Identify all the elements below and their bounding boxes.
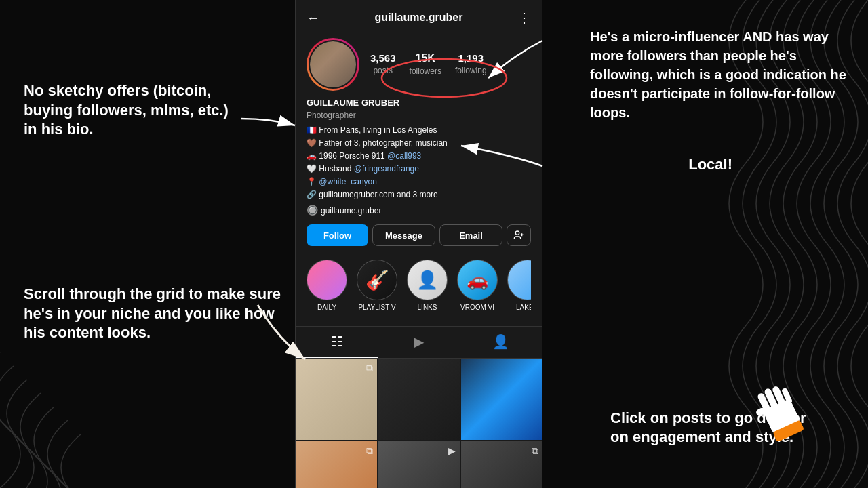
highlight-vroom[interactable]: 🚗 VROOM VI	[457, 260, 498, 311]
phone-mockup: ← guillaume.gruber ⋮ 3,563 posts	[295, 0, 542, 488]
more-options-icon[interactable]: ⋮	[517, 9, 531, 26]
tab-grid[interactable]: ☷	[296, 327, 378, 358]
reels-icon: ▶	[414, 333, 424, 350]
stat-posts[interactable]: 3,563 posts	[370, 52, 396, 77]
posts-count: 3,563	[370, 52, 396, 64]
highlight-daily[interactable]: DAILY	[307, 260, 347, 311]
bio-line-1: 🇫🇷 From Paris, living in Los Angeles	[307, 124, 531, 136]
tab-tagged[interactable]: 👤	[460, 327, 542, 358]
add-friend-button[interactable]	[507, 224, 531, 246]
highlight-lake-label: LAKE...	[516, 304, 531, 311]
bio-line-6[interactable]: 🔗 guillaumegruber.com and 3 more	[307, 188, 531, 201]
following-label: following	[455, 66, 487, 75]
annotation-scroll-grid: Scroll through the grid to make sure he'…	[24, 285, 281, 343]
annotation-local: Local!	[688, 156, 732, 174]
stat-following[interactable]: 1,193 following	[455, 52, 487, 77]
annotation-no-sketchy-offers: No sketchy offers (bitcoin, buying follo…	[24, 81, 241, 140]
follow-button[interactable]: Follow	[307, 224, 368, 246]
profile-section: 3,563 posts 15K followers 1,193 followin…	[296, 33, 542, 326]
highlight-playlist-label: PLAYLIST V	[358, 304, 395, 311]
tagged-icon: 👤	[492, 333, 509, 350]
grid-cell-5[interactable]: ▶	[378, 441, 460, 488]
story-highlights: DAILY 🎸 PLAYLIST V 👤 LINKS 🚗 VROOM VI	[307, 253, 531, 321]
highlight-playlist[interactable]: 🎸 PLAYLIST V	[357, 260, 397, 311]
tab-reels[interactable]: ▶	[378, 327, 460, 358]
email-button[interactable]: Email	[439, 224, 502, 246]
bio-username-link[interactable]: 🔘 guillaume.gruber	[307, 203, 531, 218]
ig-header: ← guillaume.gruber ⋮	[296, 0, 542, 33]
grid-cell-2[interactable]	[378, 359, 460, 440]
action-buttons: Follow Message Email	[307, 224, 531, 246]
multi-photo-icon-4: ⧉	[366, 445, 373, 457]
profile-top-row: 3,563 posts 15K followers 1,193 followin…	[307, 38, 531, 91]
tab-bar: ☷ ▶ 👤	[296, 326, 542, 359]
svg-point-0	[515, 231, 519, 235]
bio-line-4: 🤍 Husband @fringeandfrange	[307, 163, 531, 175]
grid-cell-6[interactable]: ⧉	[461, 441, 542, 488]
highlight-vroom-label: VROOM VI	[460, 304, 494, 311]
grid-icon: ☷	[331, 333, 343, 350]
following-count: 1,193	[455, 52, 487, 64]
avatar-wrapper	[307, 38, 359, 91]
profile-category: Photographer	[307, 110, 531, 120]
stat-followers[interactable]: 15K followers	[410, 52, 441, 77]
photo-grid: ⧉ ⧉ ▶ ⧉	[296, 359, 542, 488]
display-name: GUILLAUME GRUBER	[307, 98, 531, 108]
grid-cell-4[interactable]: ⧉	[296, 441, 377, 488]
bio-line-5: 📍 @white_canyon	[307, 176, 531, 188]
avatar	[309, 40, 357, 89]
annotation-micro-influencer: He's a micro-influencer AND has way more…	[590, 27, 848, 122]
message-button[interactable]: Message	[372, 224, 435, 246]
grid-cell-1[interactable]: ⧉	[296, 359, 377, 440]
posts-label: posts	[373, 66, 393, 75]
grid-cell-3[interactable]	[461, 359, 542, 440]
multi-photo-icon-6: ⧉	[532, 445, 538, 457]
video-icon-5: ▶	[448, 445, 456, 456]
followers-label: followers	[410, 66, 441, 76]
highlight-links[interactable]: 👤 LINKS	[407, 260, 448, 311]
highlight-daily-label: DAILY	[317, 304, 336, 311]
profile-username: guillaume.gruber	[375, 12, 463, 24]
avatar-image	[310, 41, 356, 87]
followers-count: 15K	[410, 52, 441, 64]
highlight-lake[interactable]: LAKE...	[507, 260, 531, 311]
annotation-click-posts: Click on posts to go deeper on engagemen…	[610, 409, 827, 447]
bio-line-3: 🚗 1996 Porsche 911 @call993	[307, 150, 531, 162]
multi-photo-icon-1: ⧉	[366, 363, 373, 374]
highlight-links-label: LINKS	[418, 304, 437, 311]
profile-stats: 3,563 posts 15K followers 1,193 followin…	[370, 52, 531, 77]
back-button[interactable]: ←	[307, 10, 320, 26]
bio-line-2: 🤎 Father of 3, photographer, musician	[307, 137, 531, 149]
avatar-ring[interactable]	[307, 38, 359, 91]
